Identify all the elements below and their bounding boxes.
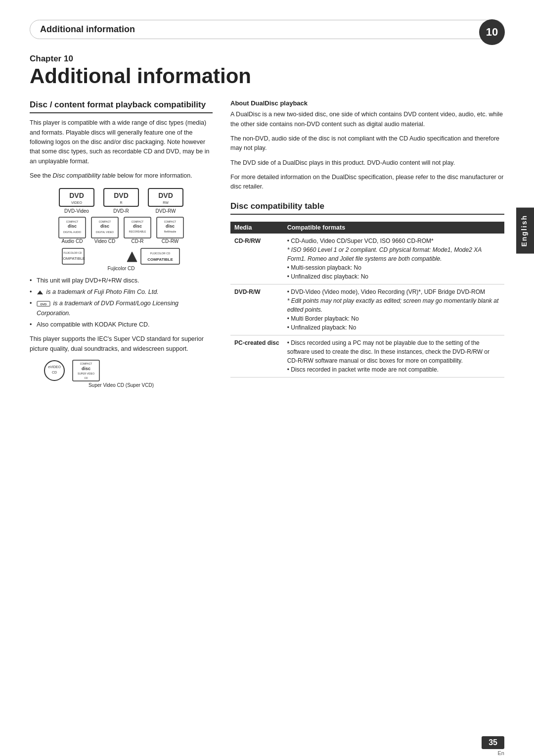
dualdisc-para1: A DualDisc is a new two-sided disc, one … <box>230 110 504 129</box>
dualdisc-para3: The DVD side of a DualDisc plays in this… <box>230 158 504 168</box>
cd-r-caption: CD-R <box>132 238 144 244</box>
svg-text:DVD: DVD <box>114 191 129 199</box>
table-cell-dvdrw-media: DVD-R/W <box>230 284 283 335</box>
disc-logos-row: COMPACT disc DIGITAL AUDIO Audio CD COMP… <box>30 217 213 244</box>
cd-rw-logo: COMPACT disc ReWritable CD-RW <box>156 217 184 244</box>
dualdisc-para4: For more detailed information on the Dua… <box>230 173 504 192</box>
bullet-text-4: Also compatible with KODAK Picture CD. <box>37 321 150 328</box>
svg-text:disc: disc <box>166 224 175 229</box>
svg-text:COMPACT: COMPACT <box>80 362 92 365</box>
table-cell-dvdrw-formats: • DVD-Video (Video mode), Video Recordin… <box>283 284 504 335</box>
dualdisc-title: About DualDisc playback <box>230 99 504 107</box>
fujicolor-cd-logo: FUJICOLOR CD COMPATIBLE <box>62 248 111 265</box>
svg-rect-28 <box>141 248 179 264</box>
svg-text:CD: CD <box>84 377 88 379</box>
bullet-item-1: This unit will play DVD+R/+RW discs. <box>30 276 213 285</box>
svg-text:VIDEO: VIDEO <box>71 201 82 204</box>
right-column: About DualDisc playback A DualDisc is a … <box>230 99 504 388</box>
page-number: 35 <box>482 736 504 749</box>
dvd-r-caption: DVD-R <box>113 208 129 214</box>
svg-text:FUJICOLOR CD: FUJICOLOR CD <box>64 251 82 254</box>
main-content: Chapter 10 Additional information Disc /… <box>30 39 504 388</box>
svcd-caption: Super Video CD (Super VCD) <box>30 382 213 388</box>
audio-cd-logo: COMPACT disc DIGITAL AUDIO Audio CD <box>58 217 86 244</box>
dvd-rw-caption: DVD-RW <box>156 208 176 214</box>
two-col-layout: Disc / content format playback compatibi… <box>30 99 504 388</box>
table-cell-cdrw-media: CD-R/RW <box>230 234 283 284</box>
svcd-row: eVIDEO CD COMPACT disc SUPER VIDEO CD <box>42 360 213 381</box>
svg-text:disc: disc <box>133 224 142 229</box>
svg-text:DVD: DVD <box>41 303 47 306</box>
bullet-text-2: is a trademark of Fuji Photo Film Co. Lt… <box>46 288 158 295</box>
bullet-text-3: is a trademark of DVD Format/Logo Licens… <box>37 300 178 316</box>
svg-text:disc: disc <box>68 224 77 229</box>
fujicolor-cd-logo2: FUJICOLOR CD COMPATIBLE <box>121 248 180 265</box>
chapter-main-title: Additional information <box>30 65 504 88</box>
compat-table: Media Compatible formats CD-R/RW • CD-Au… <box>230 222 504 378</box>
svg-marker-32 <box>37 290 43 294</box>
left-section-title: Disc / content format playback compatibi… <box>30 99 213 113</box>
svg-text:DIGITAL AUDIO: DIGITAL AUDIO <box>63 231 81 234</box>
video-cd-logo: COMPACT disc DIGITAL VIDEO Video CD <box>91 217 119 244</box>
table-row-pcdisc: PC-created disc • Discs recorded using a… <box>230 335 504 377</box>
table-cell-pcdisc-media: PC-created disc <box>230 335 283 377</box>
header-title: Additional information <box>40 24 494 35</box>
bullet-item-4: Also compatible with KODAK Picture CD. <box>30 320 213 330</box>
svg-text:RECORDABLE: RECORDABLE <box>129 230 146 233</box>
bullet-item-2: is a trademark of Fuji Photo Film Co. Lt… <box>30 287 213 297</box>
svcd-video-logo: eVIDEO CD <box>42 360 67 381</box>
dvd-rw-logo: DVD RW DVD-RW <box>148 188 183 214</box>
svg-text:DIGITAL VIDEO: DIGITAL VIDEO <box>96 231 114 234</box>
svg-text:FUJICOLOR CD: FUJICOLOR CD <box>150 252 171 255</box>
video-cd-caption: Video CD <box>94 238 116 244</box>
svg-text:disc: disc <box>82 366 90 371</box>
svg-text:R: R <box>120 201 122 204</box>
dualdisc-para2: The non-DVD, audio side of the disc is n… <box>230 134 504 153</box>
page-footer: 35 En <box>482 736 504 756</box>
table-row-cdrw: CD-R/RW • CD-Audio, Video CD/Super VCD, … <box>230 234 504 284</box>
svg-text:COMPACT: COMPACT <box>164 220 177 223</box>
table-cell-cdrw-formats: • CD-Audio, Video CD/Super VCD, ISO 9660… <box>283 234 504 284</box>
dvd-video-logo: DVD VIDEO DVD-Video <box>59 188 94 214</box>
svg-text:CD: CD <box>52 371 57 374</box>
audio-cd-caption: Audio CD <box>62 238 83 244</box>
page-wrapper: Additional information 10 English Chapte… <box>0 20 534 756</box>
left-body3: This player supports the IEC's Super VCD… <box>30 334 213 354</box>
top-header: Additional information 10 <box>30 20 504 39</box>
table-row-dvdrw: DVD-R/W • DVD-Video (Video mode), Video … <box>230 284 504 335</box>
svg-text:eVIDEO: eVIDEO <box>48 365 61 369</box>
fujicolor-row: FUJICOLOR CD COMPATIBLE FUJICOLOR CD COM… <box>30 248 213 265</box>
chapter-number-badge: 10 <box>479 19 505 45</box>
bullet-item-3: DVD is a trademark of DVD Format/Logo Li… <box>30 299 213 318</box>
table-section-title: Disc compatibility table <box>230 201 504 215</box>
table-cell-pcdisc-formats: • Discs recorded using a PC may not be p… <box>283 335 504 377</box>
cd-rw-caption: CD-RW <box>162 238 178 244</box>
svg-text:disc: disc <box>100 224 109 229</box>
svg-text:DVD: DVD <box>69 191 84 199</box>
svg-text:COMPATIBLE: COMPATIBLE <box>147 257 173 262</box>
bullet-text-1: This unit will play DVD+R/+RW discs. <box>37 277 139 284</box>
svg-text:COMPACT: COMPACT <box>99 220 111 223</box>
svg-marker-31 <box>127 252 137 262</box>
chapter-label: Chapter 10 <box>30 54 504 64</box>
left-body1: This player is compatible with a wide ra… <box>30 118 213 166</box>
svg-text:COMPACT: COMPACT <box>66 220 79 223</box>
svg-text:SUPER VIDEO: SUPER VIDEO <box>78 372 94 375</box>
svg-text:COMPACT: COMPACT <box>132 220 144 223</box>
svg-text:RW: RW <box>163 201 169 204</box>
dvd-r-logo: DVD R DVD-R <box>103 188 139 214</box>
bullet-list: This unit will play DVD+R/+RW discs. is … <box>30 276 213 330</box>
bullet-icon-dvd: DVD <box>37 300 53 307</box>
left-body2: See the Disc compatibility table below f… <box>30 171 213 181</box>
svg-text:DVD: DVD <box>158 191 173 199</box>
fujicolor-caption: Fujicolor CD <box>30 266 213 271</box>
svcd-disc-logo: COMPACT disc SUPER VIDEO CD <box>72 360 100 381</box>
table-header-formats: Compatible formats <box>283 222 504 234</box>
table-header-media: Media <box>230 222 283 234</box>
dvd-logos-row: DVD VIDEO DVD-Video DVD R DVD-R <box>30 188 213 214</box>
svg-text:ReWritable: ReWritable <box>164 230 177 233</box>
page-lang: En <box>498 750 504 756</box>
bullet-icon-fuji <box>37 288 46 295</box>
left-column: Disc / content format playback compatibi… <box>30 99 213 388</box>
english-tab: English <box>516 208 534 254</box>
